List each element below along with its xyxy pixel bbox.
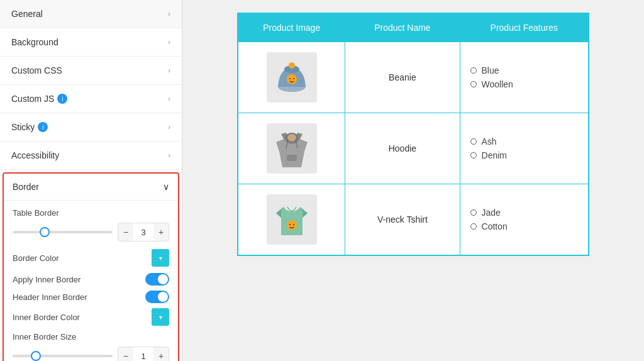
svg-rect-10: [287, 155, 297, 161]
list-item: Denim: [470, 150, 578, 160]
product-features-tshirt: Jade Cotton: [460, 184, 589, 256]
product-image-cell: [238, 113, 345, 184]
product-table: Product Image Product Name Product Featu…: [237, 13, 589, 256]
svg-point-9: [287, 134, 296, 142]
product-name-tshirt: V-neck Tshirt: [345, 184, 460, 256]
table-row: V-neck Tshirt Jade Cotton: [238, 184, 589, 256]
sidebar-item-sticky[interactable]: Sticky i ›: [0, 113, 182, 142]
sidebar-item-custom-js[interactable]: Custom JS i ›: [0, 85, 182, 113]
list-item: Woollen: [470, 79, 578, 89]
chevron-right-icon: ›: [168, 151, 170, 160]
border-section: Border ∨ Table Border − + Border Color ▾: [3, 172, 179, 361]
feature-list: Jade Cotton: [470, 208, 578, 231]
feature-list: Ash Denim: [470, 136, 578, 160]
inner-border-size-input[interactable]: [133, 347, 153, 361]
inner-border-color-row: Inner Border Color ▾: [13, 308, 169, 326]
chevron-right-icon: ›: [168, 123, 170, 131]
table-border-input-group: − +: [118, 223, 169, 242]
list-item: Cotton: [470, 221, 578, 231]
sidebar-item-custom-js-label: Custom JS: [11, 94, 54, 104]
apply-inner-border-toggle[interactable]: [145, 273, 169, 286]
hoodie-svg-icon: [270, 126, 314, 170]
svg-point-15: [289, 224, 291, 225]
custom-js-info-icon: i: [57, 94, 67, 104]
border-color-label: Border Color: [13, 253, 59, 263]
inner-border-size-increment-button[interactable]: +: [153, 347, 169, 361]
inner-border-size-input-group: − +: [118, 347, 169, 361]
inner-border-color-swatch[interactable]: ▾: [152, 308, 169, 326]
table-border-increment-button[interactable]: +: [153, 223, 169, 241]
product-features-beanie: Blue Woollen: [460, 42, 589, 113]
border-section-title: Border: [13, 182, 39, 192]
table-border-label: Table Border: [13, 208, 169, 218]
table-header-features: Product Features: [460, 13, 589, 42]
sidebar-item-sticky-label: Sticky: [11, 122, 35, 132]
product-features-hoodie: Ash Denim: [460, 113, 589, 184]
chevron-right-icon: ›: [168, 38, 170, 47]
inner-border-size-slider-row: − +: [13, 347, 169, 361]
tshirt-svg-icon: [270, 197, 314, 242]
sidebar-item-custom-css[interactable]: Custom CSS ›: [0, 57, 182, 85]
inner-border-size-decrement-button[interactable]: −: [118, 347, 133, 361]
sidebar-item-background-label: Background: [11, 37, 58, 47]
apply-inner-border-label: Apply Inner Border: [13, 275, 80, 284]
header-inner-border-label: Header Inner Border: [13, 292, 87, 302]
settings-panel: General › Background › Custom CSS › Cust…: [0, 0, 182, 361]
preview-panel: Product Image Product Name Product Featu…: [182, 0, 644, 361]
product-name-hoodie: Hoodie: [345, 113, 460, 184]
chevron-right-icon: ›: [168, 9, 170, 18]
table-row: Beanie Blue Woollen: [238, 42, 589, 113]
chevron-right-icon: ›: [168, 94, 170, 103]
product-image-tshirt: [267, 194, 317, 245]
svg-point-5: [289, 78, 291, 79]
inner-border-size-label: Inner Border Size: [13, 332, 169, 342]
apply-inner-border-row: Apply Inner Border: [13, 273, 169, 286]
list-item: Blue: [470, 65, 578, 75]
border-color-chevron-icon: ▾: [159, 255, 162, 262]
svg-point-16: [293, 224, 294, 225]
inner-border-color-label: Inner Border Color: [13, 313, 80, 322]
sidebar-item-accessibility-label: Accessibility: [11, 150, 59, 160]
table-row: Hoodie Ash Denim: [238, 113, 589, 184]
product-name-beanie: Beanie: [345, 42, 460, 113]
chevron-right-icon: ›: [168, 66, 170, 75]
beanie-svg-icon: [270, 55, 314, 99]
sidebar-item-custom-css-label: Custom CSS: [11, 65, 62, 75]
svg-point-3: [289, 62, 295, 69]
product-image-cell: [238, 184, 345, 256]
feature-list: Blue Woollen: [470, 65, 578, 89]
svg-point-14: [287, 220, 297, 230]
sidebar-item-general-label: General: [11, 9, 43, 19]
svg-point-4: [287, 74, 297, 84]
product-image-hoodie: [267, 123, 317, 174]
inner-border-color-chevron-icon: ▾: [159, 314, 162, 321]
table-header-image: Product Image: [238, 13, 345, 42]
table-border-input[interactable]: [133, 223, 153, 241]
sticky-info-icon: i: [38, 122, 48, 132]
list-item: Jade: [470, 208, 578, 218]
svg-point-6: [293, 78, 294, 79]
header-inner-border-row: Header Inner Border: [13, 291, 169, 303]
border-content: Table Border − + Border Color ▾ Apply In…: [4, 201, 178, 361]
table-border-decrement-button[interactable]: −: [118, 223, 133, 241]
product-image-beanie: [267, 52, 317, 103]
border-color-swatch[interactable]: ▾: [152, 249, 169, 267]
border-section-header[interactable]: Border ∨: [4, 174, 178, 201]
sidebar-item-general[interactable]: General ›: [0, 0, 182, 28]
sidebar-item-accessibility[interactable]: Accessibility ›: [0, 142, 182, 170]
table-header-name: Product Name: [345, 13, 460, 42]
list-item: Ash: [470, 136, 578, 147]
header-inner-border-toggle[interactable]: [145, 291, 169, 303]
chevron-down-icon: ∨: [163, 182, 169, 192]
sidebar-item-background[interactable]: Background ›: [0, 28, 182, 57]
inner-border-size-slider[interactable]: [13, 355, 113, 357]
border-color-row: Border Color ▾: [13, 249, 169, 267]
product-image-cell: [238, 42, 345, 113]
table-border-slider-row: − +: [13, 223, 169, 242]
table-border-slider[interactable]: [13, 231, 113, 233]
